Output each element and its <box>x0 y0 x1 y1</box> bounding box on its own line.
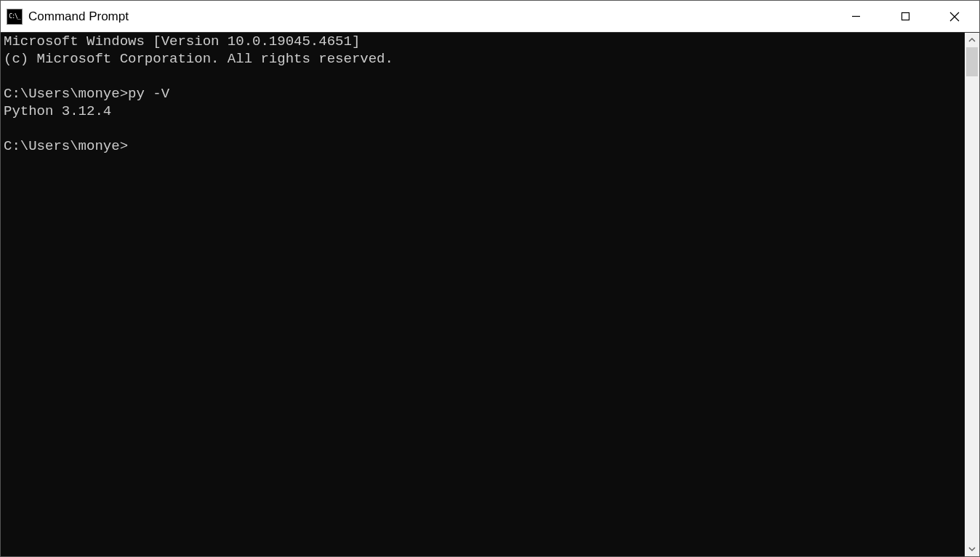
scroll-thumb[interactable] <box>966 47 978 76</box>
titlebar-left: C:\_ Command Prompt <box>7 9 129 25</box>
close-icon <box>949 12 960 22</box>
scroll-track[interactable] <box>965 47 979 542</box>
terminal-line: C:\Users\monye>py -V <box>4 85 962 103</box>
cmd-icon-glyph: C:\_ <box>9 14 20 20</box>
scroll-down-arrow-icon[interactable] <box>965 542 979 556</box>
maximize-button[interactable] <box>880 1 930 32</box>
scrollbar[interactable] <box>965 33 979 556</box>
close-button[interactable] <box>930 1 979 32</box>
window-title: Command Prompt <box>28 9 129 24</box>
terminal-line <box>4 68 962 85</box>
minimize-button[interactable] <box>831 1 880 32</box>
terminal-line: C:\Users\monye> <box>4 137 962 155</box>
terminal-area: Microsoft Windows [Version 10.0.19045.46… <box>1 33 979 556</box>
minimize-icon <box>851 12 861 21</box>
terminal-line: (c) Microsoft Corporation. All rights re… <box>4 50 962 68</box>
cmd-icon: C:\_ <box>7 9 23 25</box>
terminal-line <box>4 120 962 137</box>
window-controls <box>831 1 979 32</box>
terminal-line: Python 3.12.4 <box>4 103 962 120</box>
terminal-output[interactable]: Microsoft Windows [Version 10.0.19045.46… <box>1 33 965 556</box>
svg-rect-1 <box>901 13 909 20</box>
titlebar[interactable]: C:\_ Command Prompt <box>1 1 979 33</box>
scroll-up-arrow-icon[interactable] <box>965 33 979 47</box>
terminal-line: Microsoft Windows [Version 10.0.19045.46… <box>4 33 962 50</box>
maximize-icon <box>901 12 910 21</box>
